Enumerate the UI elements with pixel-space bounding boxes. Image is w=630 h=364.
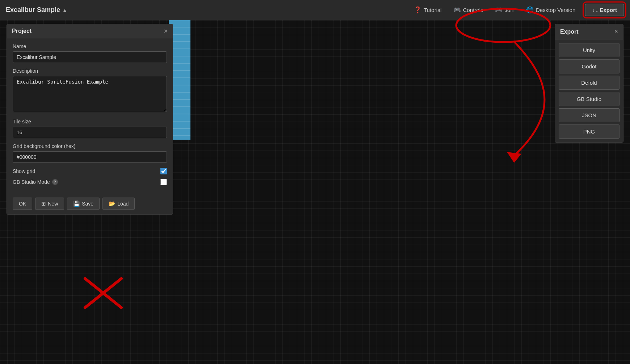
- export-option-png[interactable]: PNG: [559, 124, 620, 139]
- export-panel-body: Unity Godot Defold GB Studio JSON PNG: [555, 39, 623, 142]
- show-grid-row: Show grid: [13, 168, 167, 174]
- app-title-text: Excalibur Sample: [6, 6, 60, 14]
- grid-bg-input[interactable]: [13, 151, 167, 163]
- project-dialog-title: Project: [12, 28, 32, 34]
- save-label: Save: [82, 201, 93, 207]
- join-button[interactable]: 🎮 Join: [490, 4, 520, 16]
- desktop-version-button[interactable]: 🌐 Desktop Version: [521, 4, 580, 16]
- export-arrow-icon: ↓: [592, 7, 595, 13]
- export-panel-titlebar: Export ×: [555, 24, 623, 39]
- ok-button[interactable]: OK: [13, 198, 32, 210]
- export-panel-title: Export: [560, 29, 579, 35]
- controls-button[interactable]: 🎮 Controls: [448, 4, 488, 16]
- export-option-gb-studio[interactable]: GB Studio: [559, 92, 620, 106]
- project-dialog-titlebar: Project ×: [7, 24, 173, 38]
- desktop-icon: 🌐: [526, 6, 534, 14]
- save-icon: 💾: [73, 200, 80, 207]
- new-button[interactable]: ⊞ New: [35, 198, 64, 210]
- load-label: Load: [117, 201, 129, 207]
- save-button-wrapper: 💾 Save: [67, 198, 100, 210]
- export-panel-close-button[interactable]: ×: [614, 28, 618, 35]
- name-input[interactable]: [13, 51, 167, 63]
- app-title: Excalibur Sample ▲: [6, 6, 67, 14]
- topbar-nav: ❓ Tutorial 🎮 Controls 🎮 Join 🌐 Desktop V…: [409, 4, 624, 16]
- gb-studio-help-icon[interactable]: ?: [52, 179, 58, 185]
- export-button[interactable]: ↓ ↓ Export: [585, 4, 624, 16]
- controls-icon: 🎮: [453, 6, 461, 14]
- tile-size-input[interactable]: [13, 127, 167, 138]
- name-label: Name: [13, 43, 167, 49]
- join-icon: 🎮: [495, 6, 503, 14]
- tile-size-label: Tile size: [13, 119, 167, 124]
- main-canvas-area: Project × Name Description Excalibur Spr…: [0, 20, 630, 364]
- project-dialog-buttons: OK ⊞ New 💾 Save 📂 Load: [7, 195, 173, 211]
- grid-bg-label: Grid background color (hex): [13, 143, 167, 149]
- load-button[interactable]: 📂 Load: [102, 198, 135, 210]
- project-dialog: Project × Name Description Excalibur Spr…: [7, 24, 173, 215]
- description-textarea[interactable]: Excalibur SpriteFusion Example: [13, 76, 167, 112]
- load-icon: 📂: [109, 200, 116, 207]
- show-grid-checkbox[interactable]: [160, 168, 167, 174]
- export-option-unity[interactable]: Unity: [559, 43, 620, 57]
- export-option-defold[interactable]: Defold: [559, 76, 620, 90]
- show-grid-label: Show grid: [13, 168, 35, 174]
- export-option-godot[interactable]: Godot: [559, 59, 620, 73]
- export-option-json[interactable]: JSON: [559, 108, 620, 122]
- tutorial-icon: ❓: [414, 6, 421, 14]
- gb-studio-checkbox[interactable]: [160, 179, 167, 185]
- new-icon: ⊞: [41, 200, 46, 207]
- gb-studio-row: GB Studio Mode ?: [13, 179, 167, 185]
- ok-label: OK: [19, 201, 26, 207]
- gb-studio-label: GB Studio Mode ?: [13, 179, 58, 185]
- tutorial-button[interactable]: ❓ Tutorial: [409, 4, 446, 16]
- new-label: New: [48, 201, 58, 207]
- app-title-arrow: ▲: [62, 7, 67, 13]
- project-dialog-body: Name Description Excalibur SpriteFusion …: [7, 38, 173, 195]
- save-button[interactable]: 💾 Save: [67, 198, 100, 210]
- export-panel: Export × Unity Godot Defold GB Studio JS…: [555, 24, 623, 143]
- project-dialog-close-button[interactable]: ×: [164, 28, 168, 34]
- topbar: Excalibur Sample ▲ ❓ Tutorial 🎮 Controls…: [0, 0, 630, 20]
- description-label: Description: [13, 68, 167, 74]
